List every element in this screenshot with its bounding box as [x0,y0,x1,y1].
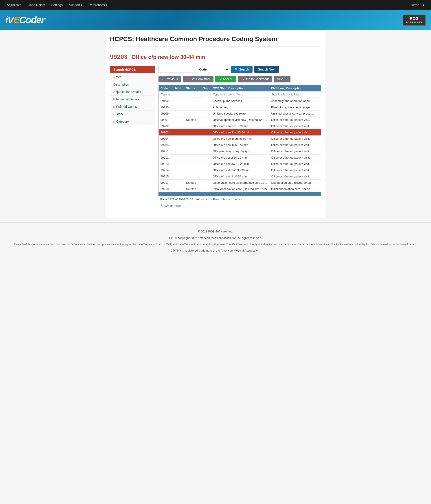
sidebar-item-category[interactable]: ⊞ Category [110,118,155,125]
table-row[interactable]: 99204Office o/p new mod 45-59 minOffice … [159,136,321,142]
expand-icon: ⊞ [113,120,115,123]
sidebar-item-history[interactable]: History [110,110,155,118]
sidebar-item-related-codes[interactable]: ⊞ Related Codes [110,103,155,110]
mod-cell [173,167,184,173]
seq-cell [201,148,211,154]
nav-support[interactable]: Support ▾ [66,0,86,10]
col-header-seq: Seq [201,85,211,92]
code-cell: 99201 [159,117,173,123]
user-menu[interactable]: Demo 1 ▾ [408,3,427,7]
status-cell: Deleted [184,117,201,123]
table-row[interactable]: 99217DeletedObservation care discharge (… [159,180,321,186]
sidebar-item-financial-details[interactable]: ⊞ Financial Details [110,95,155,103]
filter-code[interactable] [160,92,172,97]
code-cell: 99212 [159,154,173,161]
status-cell [184,173,201,180]
seq-cell [201,161,211,167]
long-desc-cell: Office or other outpatient visit... [269,142,321,148]
long-desc-cell: Phlebotomy, therapeutic (sepa... [269,104,321,110]
next-button[interactable]: Next → [274,76,290,82]
table-row[interactable]: 99199Unlisted special svc px/rprtUnliste… [159,110,321,117]
code-cell: 99205 [159,142,173,148]
first-page-link[interactable]: < [206,198,208,201]
table-row[interactable]: 99205Office o/p new hi 60-74 minOffice o… [159,142,321,148]
status-cell [184,167,201,173]
sidebar-item-adjudication-details[interactable]: Adjudication Details [110,88,155,95]
prev-page-link[interactable]: < Prev [211,198,219,201]
long-desc-cell: Office or other outpatient visit... [269,136,321,142]
short-desc-cell: Observation care discharge (Deleted 12/3… [211,180,269,186]
table-row[interactable]: 99195PhlebotomyPhlebotomy, therapeutic (… [159,104,321,110]
mod-cell [173,148,184,154]
status-cell [184,136,201,142]
status-cell [184,161,201,167]
table-row[interactable]: 99212Office o/p est sf 10-19 minOffice o… [159,154,321,161]
pcg-badge: PCG SOFTWARE [403,15,426,26]
seq-cell [201,136,211,142]
search-bar: Code Description Short Description 🔍 Sea… [158,66,321,73]
accept-button[interactable]: ✔ Accept [215,76,236,82]
table-footer-bar [158,192,321,196]
filter-long[interactable] [270,92,320,97]
search-select[interactable]: Code Description Short Description [196,66,229,73]
table-row[interactable]: 99202Office o/p new sf 15-29 minOffice o… [159,123,321,129]
code-cell: 99214 [159,167,173,173]
code-cell: 99217 [159,180,173,186]
sidebar-item-description[interactable]: Description [110,81,155,88]
filter-short[interactable] [212,92,268,97]
table-row[interactable]: 99218DeletedInitial observation care (De… [159,186,321,192]
long-desc-cell: Office or other outpatient visit... [269,154,321,161]
seq-cell [201,142,211,148]
code-cell: 99204 [159,136,173,142]
col-header-long: CMS Long Description [269,85,321,92]
nav-adjudicate[interactable]: Adjudicate [4,0,25,10]
table-row[interactable]: 99192Special pump servicesAssembly and o… [159,98,321,104]
mod-cell [173,98,184,104]
seq-cell [201,154,211,161]
filter-mod[interactable] [174,92,183,97]
long-desc-cell: Office or other outpatient visit... [269,173,321,180]
expand-icon: ⊞ [113,105,115,108]
nav-code-lists[interactable]: Code Lists ▾ [25,0,48,10]
mod-cell [173,136,184,142]
table-row[interactable]: 99215Office o/p est hi 40-54 minOffice o… [159,173,321,180]
nav-settings[interactable]: Settings [48,0,66,10]
mod-cell [173,123,184,129]
goto-bookmark-button[interactable]: 🔖 Go to Bookmark [238,76,272,82]
mod-cell [173,110,184,117]
long-desc-cell: Office or other outpatient visit... [269,123,321,129]
sidebar-item-search-hcpcs[interactable]: Search HCPCS [110,66,155,73]
table-row[interactable]: 99201DeletedOffice/outpatient visit new … [159,117,321,123]
page-info: Page 1221 of 2086 (31281 items) [160,198,204,201]
seq-cell [201,129,211,136]
mod-cell [173,104,184,110]
filter-seq[interactable] [202,92,210,97]
table-row[interactable]: 99211Off/op est may x req phy/qhpOffice … [159,148,321,154]
table-row[interactable]: 99203Office o/p new low 30-44 minOffice … [159,129,321,136]
search-button[interactable]: 🔍 Search [231,66,253,73]
sidebar-item-notes[interactable]: Notes [110,73,155,81]
long-desc-cell: Office or other outpatient visit... [269,167,321,173]
seq-cell [201,167,211,173]
filter-status[interactable] [185,92,200,97]
status-cell [184,104,201,110]
data-table: Code Mod Status Seq CMS Short Descriptio… [158,85,321,192]
footer-copyright: © 2023 PCG Software, Inc. [4,229,427,234]
next-page-link[interactable]: Next > [221,198,230,201]
set-bookmark-button[interactable]: 🔖 Set Bookmark [183,76,213,82]
table-row[interactable]: 99214Office o/p est mod 30-39 minOffice … [159,167,321,173]
action-bar: ← Previous 🔖 Set Bookmark ✔ Accept 🔖 Go … [158,76,321,82]
nav-references[interactable]: References ▾ [86,0,110,10]
search-next-button[interactable]: Search Next [254,66,279,73]
last-page-link[interactable]: Last>> [233,198,242,201]
short-desc-cell: Office o/p est hi 40-54 min [211,173,269,180]
create-filter-link[interactable]: 🔧 Create Filter [160,204,319,207]
expand-icon: ⊞ [113,98,115,101]
short-desc-cell: Office o/p est mod 30-39 min [211,167,269,173]
table-row[interactable]: 99213Office o/p est low 20-29 minOffice … [159,161,321,167]
seq-cell [201,110,211,117]
previous-button[interactable]: ← Previous [158,76,181,82]
search-input[interactable] [158,66,194,73]
mod-cell [173,180,184,186]
long-desc-cell: Observation care discharge da... [269,180,321,186]
